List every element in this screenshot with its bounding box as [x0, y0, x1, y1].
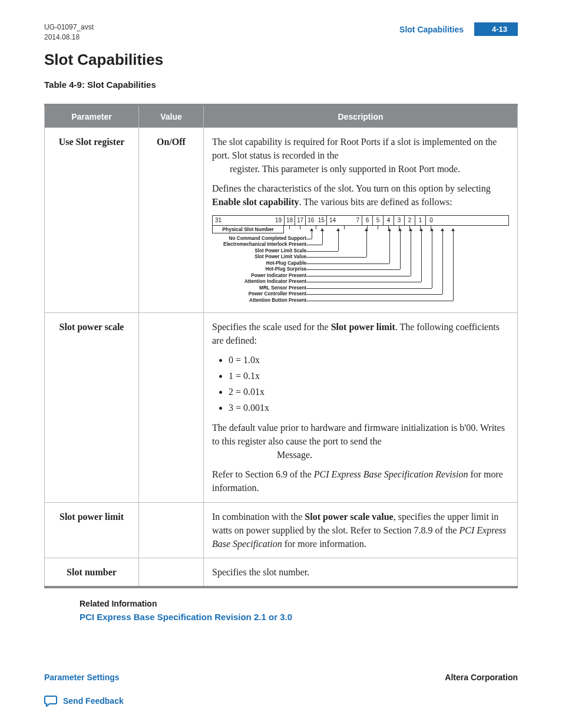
- col-description: Description: [204, 105, 518, 128]
- doc-date: 2014.08.18: [44, 32, 94, 42]
- table-row: Slot power limit In combination with the…: [45, 502, 518, 558]
- col-parameter: Parameter: [45, 105, 139, 128]
- related-information: Related Information PCI Express Base Spe…: [80, 599, 518, 622]
- table-row: Slot number Specifies the slot number.: [45, 558, 518, 588]
- doc-id: UG-01097_avst: [44, 22, 94, 32]
- param-cell: Slot number: [45, 558, 139, 588]
- send-feedback[interactable]: Send Feedback: [44, 695, 124, 707]
- related-heading: Related Information: [80, 599, 518, 608]
- header-left: UG-01097_avst 2014.08.18: [44, 22, 94, 42]
- desc-text: In combination with the Slot power scale…: [212, 510, 509, 551]
- desc-cell: Specifies the slot number.: [204, 558, 518, 588]
- bitfield-label: Physical Slot Number: [212, 225, 284, 233]
- param-cell: Slot power scale: [45, 312, 139, 502]
- feedback-label: Send Feedback: [63, 696, 124, 706]
- list-item: 2 = 0.01x: [229, 385, 509, 398]
- param-cell: Slot power limit: [45, 502, 139, 558]
- table-row: Slot power scale Specifies the scale use…: [45, 312, 518, 502]
- value-cell: [139, 558, 204, 588]
- desc-text: Specifies the scale used for the Slot po…: [212, 320, 509, 347]
- desc-text: Defines the characteristics of the slot.…: [212, 182, 509, 209]
- value-cell: On/Off: [139, 127, 204, 312]
- param-cell: Use Slot register: [45, 127, 139, 312]
- list-item: 1 = 0.1x: [229, 369, 509, 383]
- list-item: 3 = 0.001x: [229, 401, 509, 414]
- desc-text: The default value prior to hardware and …: [212, 421, 509, 462]
- bitfield-diagram: 3119 18 17 1615 147 6 5 4 3 2 1 0: [212, 215, 509, 305]
- page-number-tab: 4-13: [474, 22, 518, 36]
- header-title: Slot Capabilities: [399, 25, 464, 34]
- value-cell: [139, 312, 204, 502]
- desc-cell: In combination with the Slot power scale…: [204, 502, 518, 558]
- desc-cell: Specifies the scale used for the Slot po…: [204, 312, 518, 502]
- slot-capabilities-table: Parameter Value Description Use Slot reg…: [44, 104, 518, 589]
- table-caption: Table 4-9: Slot Capabilities: [44, 80, 518, 90]
- footer-left-link[interactable]: Parameter Settings: [44, 673, 120, 682]
- table-row: Use Slot register On/Off The slot capabi…: [45, 127, 518, 312]
- footer-right: Altera Corporation: [445, 673, 518, 682]
- value-cell: [139, 502, 204, 558]
- feedback-icon: [44, 695, 58, 707]
- desc-text: The slot capability is required for Root…: [212, 135, 509, 176]
- desc-cell: The slot capability is required for Root…: [204, 127, 518, 312]
- list-item: 0 = 1.0x: [229, 353, 509, 367]
- related-link[interactable]: PCI Express Base Specification Revision …: [80, 612, 292, 622]
- col-value: Value: [139, 105, 204, 128]
- section-title: Slot Capabilities: [44, 51, 518, 69]
- page-header: UG-01097_avst 2014.08.18 Slot Capabiliti…: [44, 22, 518, 42]
- desc-text: Specifies the slot number.: [212, 565, 509, 579]
- coefficients-list: 0 = 1.0x 1 = 0.1x 2 = 0.01x 3 = 0.001x: [229, 353, 509, 415]
- header-right: Slot Capabilities 4-13: [399, 22, 518, 36]
- page-footer: Parameter Settings Altera Corporation: [44, 673, 518, 682]
- desc-text: Refer to Section 6.9 of the PCI Express …: [212, 467, 509, 495]
- bitfield-labels: No Command Completed Support Electromech…: [209, 236, 306, 304]
